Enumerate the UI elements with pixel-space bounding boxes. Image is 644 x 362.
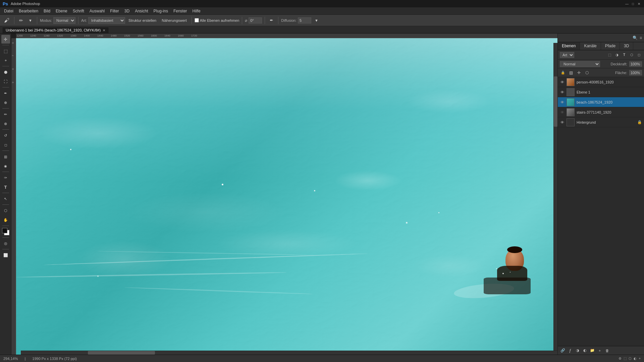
fill-input[interactable]: [629, 70, 642, 75]
layer-ebene1-thumb: [567, 88, 575, 96]
tab-ebenen[interactable]: Ebenen: [558, 42, 580, 50]
add-layer-button[interactable]: +: [597, 348, 603, 354]
tab-close-button[interactable]: ✕: [103, 28, 105, 32]
alle-ebenen-checkbox[interactable]: [195, 18, 199, 22]
gradient-tool[interactable]: ▥: [1, 152, 10, 161]
menu-plugins[interactable]: Plug-ins: [151, 8, 171, 14]
layer-stairs-visibility[interactable]: 👁: [560, 110, 565, 115]
tab-pfade[interactable]: Pfade: [601, 42, 620, 50]
hand-tool[interactable]: ✋: [1, 216, 10, 224]
canvas-image[interactable]: [16, 38, 557, 355]
menu-ansicht[interactable]: Ansicht: [132, 8, 151, 14]
add-style-button[interactable]: ƒ: [567, 348, 573, 354]
canvas-bottom-scrollbar[interactable]: [21, 351, 557, 355]
blur-tool[interactable]: ◉: [1, 162, 10, 170]
shape-tool[interactable]: ⬡: [1, 206, 10, 215]
menu-bild[interactable]: Bild: [41, 8, 53, 14]
mode-select[interactable]: Normal: [53, 17, 75, 24]
pixel-layer-icon[interactable]: ⬚: [606, 52, 612, 58]
layer-type-filter[interactable]: Art: [560, 52, 574, 58]
ruler-mark-1360: 1360: [70, 34, 76, 37]
history-brush-tool[interactable]: ↺: [1, 131, 10, 140]
heal-tool[interactable]: ⊕: [1, 98, 10, 107]
add-mask-button[interactable]: ◑: [575, 348, 581, 354]
canvas-right-scroll-thumb[interactable]: [554, 76, 557, 127]
layer-person[interactable]: 👁 person-4008516_1920: [558, 77, 644, 87]
tab-3d[interactable]: 3D: [620, 42, 633, 50]
tool-preset-button[interactable]: 🖌: [2, 16, 11, 24]
layer-ebene1[interactable]: 👁 Ebene 1: [558, 87, 644, 97]
brush-preset-button[interactable]: ✏: [17, 17, 25, 24]
menu-hilfe[interactable]: Hilfe: [190, 8, 203, 14]
layer-hintergrund-name: Hintergrund: [577, 120, 635, 124]
path-select-tool[interactable]: ↖: [1, 194, 10, 203]
pen-tool[interactable]: ✑: [1, 173, 10, 182]
layer-beach-visibility[interactable]: 👁: [560, 100, 565, 105]
close-button[interactable]: ✕: [637, 1, 641, 6]
maximize-button[interactable]: □: [631, 1, 635, 6]
add-adjustment-button[interactable]: ◐: [582, 348, 588, 354]
quick-mask-tool[interactable]: ◎: [1, 239, 10, 248]
lock-artboard-icon[interactable]: ⬡: [584, 70, 590, 76]
tab-kanale[interactable]: Kanäle: [580, 42, 601, 50]
naherungswert-button[interactable]: Näherungswert: [160, 17, 189, 23]
diffusion-input[interactable]: [298, 17, 311, 23]
menu-3d[interactable]: 3D: [122, 8, 132, 14]
status-icon-5[interactable]: +: [639, 357, 641, 360]
type-layer-icon[interactable]: T: [621, 52, 627, 58]
lock-position-icon[interactable]: ✛: [576, 70, 582, 76]
crop-tool[interactable]: ⛶: [1, 77, 10, 86]
search-icon[interactable]: 🔍: [633, 36, 638, 40]
panel-menu-icon[interactable]: ≡: [640, 36, 642, 40]
delete-layer-button[interactable]: 🗑: [604, 348, 610, 354]
brush-size-button[interactable]: ▼: [26, 17, 34, 23]
canvas-wrapper[interactable]: [16, 38, 557, 355]
lock-all-icon[interactable]: 🔒: [560, 70, 566, 76]
menu-filter[interactable]: Filter: [107, 8, 122, 14]
art-select[interactable]: Inhaltsbasiert: [88, 17, 125, 24]
blend-mode-select[interactable]: Normal: [560, 61, 600, 67]
screen-mode-tool[interactable]: ⬜: [1, 251, 10, 259]
menu-bearbeiten[interactable]: Bearbeiten: [16, 8, 41, 14]
text-tool[interactable]: T: [1, 183, 10, 191]
struktur-button[interactable]: Struktur erstellen: [126, 17, 158, 23]
minimize-button[interactable]: —: [625, 1, 629, 6]
move-tool[interactable]: ✛: [1, 35, 10, 44]
clone-stamp-tool[interactable]: ⊗: [1, 119, 10, 128]
status-icon-3[interactable]: ⬡: [629, 357, 632, 360]
canvas-right-scrollbar[interactable]: [553, 43, 557, 351]
angle-input[interactable]: [249, 17, 262, 23]
status-icon-1[interactable]: ⚙: [619, 357, 622, 360]
document-tab[interactable]: Unbenannt-1 bei 294% (beach-1867524_1920…: [2, 27, 109, 33]
shape-layer-icon[interactable]: ⬡: [629, 52, 635, 58]
layer-stairs[interactable]: 👁 stairs-3771140_1920: [558, 107, 644, 117]
quick-select-tool[interactable]: ⬤: [1, 68, 10, 76]
menu-schrift[interactable]: Schrift: [70, 8, 87, 14]
color-swatches[interactable]: [1, 227, 10, 236]
lock-pixels-icon[interactable]: ▨: [568, 70, 574, 76]
status-icon-2[interactable]: ⬚: [624, 357, 627, 360]
adjustment-layer-icon[interactable]: ◑: [614, 52, 620, 58]
lasso-tool[interactable]: ⌖: [1, 56, 10, 65]
menu-datei[interactable]: Datei: [1, 8, 16, 14]
link-layers-button[interactable]: 🔗: [560, 348, 566, 354]
smart-layer-icon[interactable]: ◻: [636, 52, 642, 58]
layer-beach[interactable]: 👁 beach-1867524_1920: [558, 97, 644, 107]
menu-auswahl[interactable]: Auswahl: [87, 8, 107, 14]
layer-hintergrund-visibility[interactable]: 👁: [560, 120, 565, 125]
brush-tool[interactable]: ✏: [1, 110, 10, 119]
opacity-input[interactable]: [629, 61, 642, 67]
eyedropper-tool[interactable]: ✒: [1, 89, 10, 98]
menu-ebene[interactable]: Ebene: [53, 8, 70, 14]
pressure-button[interactable]: ✒: [268, 17, 275, 24]
canvas-scroll-thumb[interactable]: [88, 351, 155, 355]
marquee-tool[interactable]: ⬚: [1, 47, 10, 55]
layer-person-visibility[interactable]: 👁: [560, 80, 565, 84]
diffusion-arrow[interactable]: ▼: [313, 17, 320, 23]
status-icon-4[interactable]: ◐: [634, 357, 637, 360]
menu-fenster[interactable]: Fenster: [171, 8, 190, 14]
add-group-button[interactable]: 📁: [589, 348, 595, 354]
eraser-tool[interactable]: ◻: [1, 140, 10, 149]
layer-hintergrund[interactable]: 👁 Hintergrund 🔒: [558, 117, 644, 127]
layer-ebene1-visibility[interactable]: 👁: [560, 90, 565, 95]
